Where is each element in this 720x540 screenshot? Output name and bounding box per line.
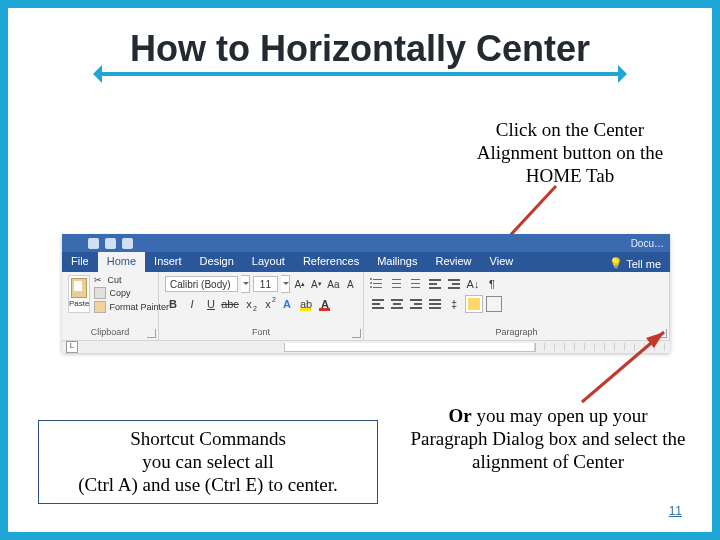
instruction-or: Or you may open up your Paragraph Dialog…: [408, 404, 688, 474]
qat-undo-icon[interactable]: [105, 238, 116, 249]
shortcut-text: Shortcut Commands you can select all (Ct…: [78, 428, 338, 495]
text-effects-button[interactable]: A: [279, 296, 295, 312]
copy-button[interactable]: Copy: [94, 287, 169, 299]
multilevel-list-button[interactable]: [408, 276, 424, 292]
or-bold: Or: [449, 405, 472, 426]
tab-references[interactable]: References: [294, 252, 368, 272]
document-title: Docu…: [631, 238, 664, 249]
copy-icon: [94, 287, 106, 299]
window-titlebar: Docu…: [62, 234, 670, 252]
subscript-button[interactable]: x2: [241, 296, 257, 312]
tab-tell-me[interactable]: 💡 Tell me: [600, 252, 670, 272]
font-size-combobox[interactable]: 11: [253, 276, 278, 292]
shading-button[interactable]: [465, 295, 483, 313]
title-underline-arrow: [100, 72, 620, 76]
font-name-dropdown-icon[interactable]: [241, 275, 250, 293]
ruler-active-area: [284, 343, 536, 352]
paste-label: Paste: [69, 299, 89, 308]
sort-button[interactable]: A↓: [465, 276, 481, 292]
font-dialog-launcher[interactable]: [352, 329, 361, 338]
paragraph-dialog-launcher[interactable]: [658, 329, 667, 338]
group-clipboard: Paste ✂Cut Copy Format Painter Clipboard: [62, 272, 159, 340]
slide-title: How to Horizontally Center: [8, 28, 712, 70]
bullets-button[interactable]: [370, 276, 386, 292]
shortcut-commands-box: Shortcut Commands you can select all (Ct…: [38, 420, 378, 504]
group-paragraph: A↓ ¶ ‡ Paragraph: [364, 272, 670, 340]
clipboard-icon: [71, 278, 87, 298]
tell-me-label: Tell me: [626, 258, 661, 270]
numbering-button[interactable]: [389, 276, 405, 292]
show-hide-button[interactable]: ¶: [484, 276, 500, 292]
underline-button[interactable]: U: [203, 296, 219, 312]
highlight-color-button[interactable]: ab: [298, 296, 314, 312]
align-right-button[interactable]: [408, 296, 424, 312]
page-number: 11: [669, 504, 682, 518]
align-justify-button[interactable]: [427, 296, 443, 312]
shrink-font-button[interactable]: A▾: [310, 275, 324, 293]
font-size-dropdown-icon[interactable]: [281, 275, 290, 293]
tab-layout[interactable]: Layout: [243, 252, 294, 272]
tab-insert[interactable]: Insert: [145, 252, 191, 272]
italic-button[interactable]: I: [184, 296, 200, 312]
qat-redo-icon[interactable]: [122, 238, 133, 249]
change-case-button[interactable]: Aa: [326, 275, 340, 293]
increase-indent-button[interactable]: [446, 276, 462, 292]
ruler-ticks: [534, 343, 666, 351]
cut-label: Cut: [107, 275, 121, 285]
tab-mailings[interactable]: Mailings: [368, 252, 426, 272]
clipboard-group-label: Clipboard: [68, 327, 152, 338]
align-center-button[interactable]: [389, 296, 405, 312]
borders-button[interactable]: [486, 296, 502, 312]
clipboard-dialog-launcher[interactable]: [147, 329, 156, 338]
font-color-button[interactable]: A: [317, 296, 333, 312]
line-spacing-button[interactable]: ‡: [446, 296, 462, 312]
strikethrough-button[interactable]: abc: [222, 296, 238, 312]
tab-view[interactable]: View: [481, 252, 523, 272]
font-name-combobox[interactable]: Calibri (Body): [165, 276, 238, 292]
decrease-indent-button[interactable]: [427, 276, 443, 292]
format-painter-button[interactable]: Format Painter: [94, 301, 169, 313]
tab-design[interactable]: Design: [191, 252, 243, 272]
font-group-label: Font: [165, 327, 357, 338]
word-ribbon-screenshot: Docu… File Home Insert Design Layout Ref…: [62, 234, 670, 352]
grow-font-button[interactable]: A▴: [293, 275, 307, 293]
paragraph-group-label: Paragraph: [370, 327, 663, 338]
ruler[interactable]: L: [62, 340, 670, 353]
clear-formatting-button[interactable]: A: [343, 275, 357, 293]
tab-file[interactable]: File: [62, 252, 98, 272]
ruler-tab-selector[interactable]: L: [66, 341, 78, 353]
ribbon-tabs: File Home Insert Design Layout Reference…: [62, 252, 670, 272]
tab-home[interactable]: Home: [98, 252, 145, 272]
tab-review[interactable]: Review: [427, 252, 481, 272]
cut-button[interactable]: ✂Cut: [94, 275, 169, 285]
lightbulb-icon: 💡: [609, 257, 623, 270]
align-left-button[interactable]: [370, 296, 386, 312]
paste-button[interactable]: Paste: [68, 275, 90, 313]
brush-icon: [94, 301, 106, 313]
qat-save-icon[interactable]: [88, 238, 99, 249]
superscript-button[interactable]: x2: [260, 296, 276, 312]
group-font: Calibri (Body) 11 A▴ A▾ Aa A B I U abc x…: [159, 272, 364, 340]
scissors-icon: ✂: [94, 275, 104, 285]
copy-label: Copy: [109, 288, 130, 298]
bold-button[interactable]: B: [165, 296, 181, 312]
instruction-top: Click on the Center Alignment button on …: [470, 118, 670, 188]
